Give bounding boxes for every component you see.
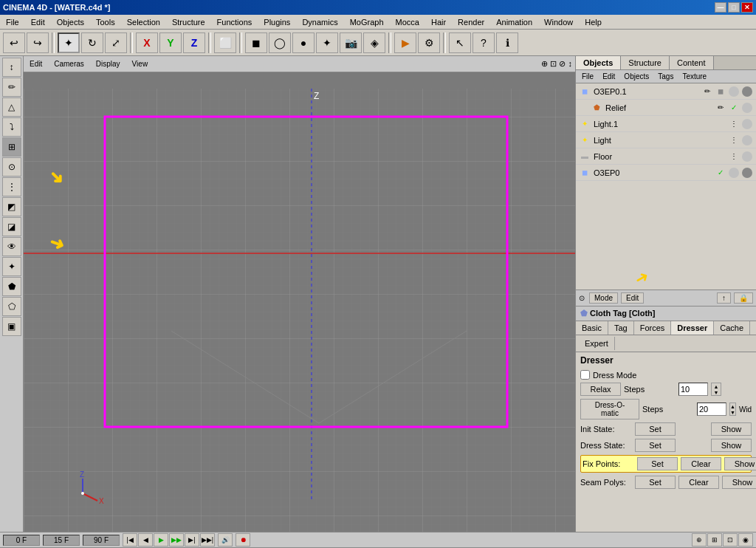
sphere-btn[interactable]: ● bbox=[292, 32, 315, 53]
close-button[interactable]: ✕ bbox=[741, 2, 753, 13]
menu-mograph[interactable]: MoGraph bbox=[344, 16, 390, 28]
seam-clear-button[interactable]: Clear bbox=[678, 476, 719, 489]
play-btn[interactable]: ▶ bbox=[154, 533, 168, 547]
steps-input-2[interactable] bbox=[697, 403, 726, 416]
extra-tool[interactable]: ▣ bbox=[2, 317, 21, 336]
menu-window[interactable]: Window bbox=[538, 16, 579, 28]
magnet-tool[interactable]: ⋮ bbox=[2, 177, 21, 196]
object-row-relief[interactable]: ⬟ Relief ✏ ✓ bbox=[576, 100, 756, 116]
r-menu-tags[interactable]: Tags bbox=[653, 71, 678, 82]
viewport-view-menu[interactable]: View bbox=[129, 59, 151, 69]
dress-set-button[interactable]: Set bbox=[635, 439, 676, 452]
mirror-tool[interactable]: 👁 bbox=[2, 237, 21, 256]
axis-z[interactable]: Z bbox=[183, 32, 205, 53]
menu-hair[interactable]: Hair bbox=[425, 16, 452, 28]
viewport-edit-menu[interactable]: Edit bbox=[27, 59, 45, 69]
minimize-button[interactable]: — bbox=[715, 2, 726, 13]
tab-structure[interactable]: Structure bbox=[621, 56, 670, 69]
fix-set-button[interactable]: Set bbox=[637, 457, 678, 470]
init-show-button[interactable]: Show bbox=[711, 422, 752, 436]
mode-lock[interactable]: 🔒 bbox=[734, 292, 753, 304]
mode-button[interactable]: Mode bbox=[589, 292, 618, 304]
menu-render[interactable]: Render bbox=[452, 16, 490, 28]
snap-btn[interactable]: ⊕ bbox=[692, 533, 707, 547]
spline-tool[interactable]: ⤵ bbox=[2, 117, 21, 137]
relax-button[interactable]: Relax bbox=[580, 383, 621, 396]
help-btn[interactable]: ? bbox=[472, 32, 495, 53]
move-button[interactable]: ✦ bbox=[58, 32, 80, 53]
draw-tool[interactable]: ✏ bbox=[2, 78, 21, 97]
menu-structure[interactable]: Structure bbox=[166, 16, 211, 28]
cube-btn[interactable]: ◼ bbox=[245, 32, 267, 53]
r-menu-file[interactable]: File bbox=[577, 71, 598, 82]
render-btn[interactable]: ▶ bbox=[394, 32, 416, 53]
cloth-tab-tag[interactable]: Tag bbox=[608, 321, 634, 335]
seam-show-button[interactable]: Show bbox=[722, 476, 756, 489]
spinner-up-1[interactable]: ▲ bbox=[712, 383, 721, 389]
r-menu-texture[interactable]: Texture bbox=[678, 71, 711, 82]
render-status-btn[interactable]: ◉ bbox=[738, 533, 753, 547]
menu-dynamics[interactable]: Dynamics bbox=[296, 16, 343, 28]
menu-selection[interactable]: Selection bbox=[121, 16, 166, 28]
brush-tool[interactable]: ⬟ bbox=[2, 277, 21, 296]
cloth-tab-cache[interactable]: Cache bbox=[714, 321, 750, 335]
record-btn[interactable]: ⏺ bbox=[236, 533, 250, 547]
spinner-up-2[interactable]: ▲ bbox=[730, 403, 735, 409]
dress-mode-checkbox[interactable] bbox=[580, 370, 590, 380]
menu-mocca[interactable]: Mocca bbox=[390, 16, 425, 28]
menu-tools[interactable]: Tools bbox=[90, 16, 121, 28]
r-menu-edit[interactable]: Edit bbox=[598, 71, 619, 82]
spinner-down-1[interactable]: ▼ bbox=[712, 389, 721, 395]
checker-tool-2[interactable]: ◪ bbox=[2, 217, 21, 236]
object-row-light[interactable]: ✦ Light ⋮ bbox=[576, 132, 756, 148]
info-btn[interactable]: ℹ bbox=[496, 32, 518, 53]
menu-help[interactable]: Help bbox=[579, 16, 608, 28]
edit-button[interactable]: Edit bbox=[621, 292, 644, 304]
checker-tool[interactable]: ◩ bbox=[2, 197, 21, 216]
camera-btn[interactable]: 📷 bbox=[340, 32, 362, 53]
select-tool[interactable]: ↖ bbox=[449, 32, 471, 53]
axis-y[interactable]: Y bbox=[159, 32, 182, 53]
steps-input-1[interactable] bbox=[678, 383, 708, 396]
dress-o-matic-button[interactable]: Dress-O-matic bbox=[580, 399, 639, 419]
maximize-button[interactable]: □ bbox=[728, 2, 740, 13]
r-menu-objects[interactable]: Objects bbox=[619, 71, 653, 82]
steps-spinner-2[interactable]: ▲ ▼ bbox=[729, 403, 736, 416]
cloth-tab-forces[interactable]: Forces bbox=[634, 321, 672, 335]
coord-btn[interactable]: ⊡ bbox=[723, 533, 738, 547]
poly-tool[interactable]: △ bbox=[2, 97, 21, 117]
light-btn[interactable]: ✦ bbox=[316, 32, 338, 53]
viewport[interactable]: Edit Cameras Display View ⊕ ⊡ ⊘ ↕ bbox=[24, 56, 575, 532]
menu-plugins[interactable]: Plugins bbox=[258, 16, 296, 28]
undo-button[interactable]: ↩ bbox=[3, 32, 25, 53]
fix-show-button[interactable]: Show bbox=[724, 457, 756, 470]
scale-button[interactable]: ⤢ bbox=[105, 32, 127, 53]
twist-tool[interactable]: ⬠ bbox=[2, 297, 21, 316]
steps-spinner-1[interactable]: ▲ ▼ bbox=[711, 383, 721, 396]
material-btn[interactable]: ◈ bbox=[363, 32, 385, 53]
render-settings[interactable]: ⚙ bbox=[418, 32, 440, 53]
knife-tool[interactable]: ⊞ bbox=[2, 137, 21, 157]
play-start-btn[interactable]: |◀ bbox=[123, 533, 137, 547]
menu-edit[interactable]: Edit bbox=[25, 16, 51, 28]
cloth-tab-expert[interactable]: Expert bbox=[579, 337, 615, 350]
dress-show-button[interactable]: Show bbox=[711, 439, 752, 452]
viewport-cameras-menu[interactable]: Cameras bbox=[51, 59, 87, 69]
init-set-button[interactable]: Set bbox=[635, 422, 676, 436]
viewport-display-menu[interactable]: Display bbox=[93, 59, 123, 69]
spinner-down-2[interactable]: ▼ bbox=[730, 409, 735, 415]
menu-functions[interactable]: Functions bbox=[211, 16, 258, 28]
move-tool[interactable]: ↕ bbox=[2, 58, 21, 77]
mode-up[interactable]: ↑ bbox=[717, 292, 731, 304]
object-row-floor[interactable]: ▬ Floor ⋮ bbox=[576, 148, 756, 165]
play-next-btn[interactable]: ▶| bbox=[185, 533, 199, 547]
play-end-btn[interactable]: ▶▶| bbox=[200, 533, 215, 547]
cloth-tab-basic[interactable]: Basic bbox=[576, 321, 608, 335]
select-all[interactable]: ⬜ bbox=[214, 32, 236, 53]
tab-objects[interactable]: Objects bbox=[576, 56, 621, 69]
grid-btn[interactable]: ⊞ bbox=[707, 533, 722, 547]
fix-clear-button[interactable]: Clear bbox=[681, 457, 721, 470]
menu-animation[interactable]: Animation bbox=[490, 16, 538, 28]
sound-btn[interactable]: 🔊 bbox=[218, 533, 233, 547]
menu-objects[interactable]: Objects bbox=[51, 16, 90, 28]
